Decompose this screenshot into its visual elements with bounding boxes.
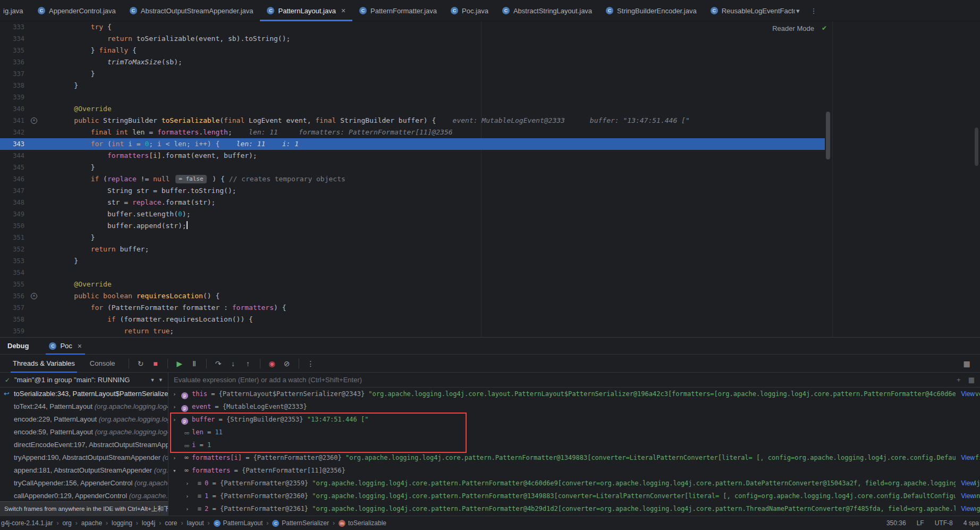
variable-row[interactable]: ▫▫i = 1 [168, 439, 980, 451]
editor-tab[interactable]: CAbstractStringLayout.java [495, 0, 599, 21]
line-number[interactable]: 343 [0, 138, 24, 150]
breadcrumb-item[interactable]: log4j [142, 519, 155, 527]
code-line[interactable]: 352 return buffer; [0, 243, 825, 255]
variable-row[interactable]: ›pevent = {MutableLogEvent@2333} [168, 400, 980, 413]
filter-icon[interactable]: ▼ [150, 377, 155, 383]
breadcrumb-item[interactable]: org [62, 519, 71, 527]
variable-row[interactable]: ›∞formatters[i] = {PatternFormatter@2360… [168, 451, 980, 464]
breadcrumb-item[interactable]: CPatternSerializer [272, 519, 329, 527]
resume-button[interactable]: ▶ [173, 357, 187, 371]
code-line[interactable]: 355 @Override [0, 279, 825, 290]
view-link[interactable]: View [956, 388, 975, 400]
editor-tab[interactable]: CReusableLogEventFactory.java [704, 0, 795, 21]
line-number[interactable]: 336 [0, 56, 24, 68]
view-link[interactable]: View [956, 477, 975, 490]
variable-row[interactable]: ▫▫len = 11 [168, 426, 980, 439]
editor-tab[interactable]: CStringBuilderEncoder.java [599, 0, 704, 21]
editor-scrollbar-thumb[interactable] [826, 112, 830, 159]
line-number[interactable]: 359 [0, 325, 24, 337]
code-line[interactable]: 347 String str = buffer.toString(); [0, 185, 825, 197]
mute-breakpoints-button[interactable]: ⊘ [280, 357, 294, 371]
expander-icon[interactable]: › [185, 477, 194, 490]
step-over-button[interactable]: ↷ [212, 357, 225, 371]
line-number[interactable]: 356 [0, 290, 24, 302]
expander-icon[interactable]: › [173, 401, 181, 413]
close-icon[interactable]: × [78, 342, 82, 350]
line-number[interactable]: 358 [0, 314, 24, 325]
code-line[interactable]: 358 if (formatter.requiresLocation()) { [0, 314, 825, 325]
frame-row[interactable]: tryCallAppender:156, AppenderControl (or… [0, 477, 168, 490]
editor-tab[interactable]: CPoc.java [444, 0, 495, 21]
view-link[interactable]: View [956, 451, 975, 464]
frame-row[interactable]: tryAppend:190, AbstractOutputStreamAppen… [0, 451, 168, 464]
add-watch-icon[interactable]: + [957, 376, 961, 384]
code-line[interactable]: 359 return true; [0, 325, 825, 337]
editor-tab[interactable]: CAbstractOutputStreamAppender.java [123, 0, 260, 21]
reader-mode-toggle[interactable]: Reader Mode [772, 24, 814, 32]
code-line[interactable]: 353 } [0, 255, 825, 267]
code-line[interactable]: 333 try { [0, 21, 825, 33]
chevron-down-icon[interactable]: ▾ [159, 376, 162, 383]
line-number[interactable]: 348 [0, 197, 24, 208]
expander-icon[interactable]: › [173, 452, 181, 464]
view-breakpoints-button[interactable]: ◉ [265, 357, 279, 371]
close-icon[interactable]: × [341, 6, 345, 15]
line-number[interactable]: 354 [0, 267, 24, 279]
line-number[interactable]: 334 [0, 33, 24, 45]
view-tab-console[interactable]: Console [85, 355, 121, 373]
line-number[interactable]: 337 [0, 68, 24, 80]
code-editor[interactable]: 333 try {334 return toSerializable(event… [0, 21, 832, 337]
line-number[interactable]: 351 [0, 232, 24, 243]
code-line[interactable]: 349 buffer.setLength(0); [0, 208, 825, 220]
override-method-gutter-icon[interactable]: ˄ [31, 293, 37, 299]
breadcrumb-item[interactable]: core [165, 519, 177, 527]
view-tab-threads-variables[interactable]: Threads & Variables [7, 355, 80, 373]
layout-settings-icon[interactable]: ▦ [960, 357, 974, 371]
code-line[interactable]: 350 buffer.append(str); [0, 220, 825, 232]
frame-row[interactable]: ↩toSerializable:343, PatternLayout$Patte… [0, 388, 168, 400]
watches-view-icon[interactable]: ▦ [968, 376, 975, 384]
line-number[interactable]: 346 [0, 173, 24, 185]
code-line[interactable]: 337 } [0, 68, 825, 80]
line-number[interactable]: 345 [0, 162, 24, 173]
frame-row[interactable]: encode:59, PatternLayout (org.apache.log… [0, 426, 168, 439]
frame-row[interactable]: append:181, AbstractOutputStreamAppender… [0, 464, 168, 477]
line-number[interactable]: 353 [0, 255, 24, 267]
line-number[interactable]: 355 [0, 279, 24, 290]
code-line[interactable]: 351 } [0, 232, 825, 243]
variable-row[interactable]: ›pbuffer = {StringBuilder@2353} "13:47:5… [168, 413, 980, 426]
breadcrumb-item[interactable]: g4j-core-2.14.1.jar [1, 519, 53, 527]
variable-row[interactable]: ›≡1 = {PatternFormatter@2360} "org.apach… [168, 490, 980, 502]
code-line[interactable]: 344 formatters[i].format(event, buffer); [0, 150, 825, 162]
editor-tab[interactable]: CPatternLayout.java× [260, 0, 352, 21]
breadcrumb-item[interactable]: apache [81, 519, 102, 527]
indent-style[interactable]: 4 spa [964, 519, 979, 527]
code-line[interactable]: 338 } [0, 80, 825, 91]
expander-icon[interactable]: › [185, 503, 194, 515]
expander-icon[interactable]: › [173, 414, 181, 426]
code-line[interactable]: 336 trimToMaxSize(sb); [0, 56, 825, 68]
editor-tab[interactable]: CPatternFormatter.java [352, 0, 444, 21]
line-number[interactable]: 349 [0, 208, 24, 220]
line-number[interactable]: 350 [0, 220, 24, 232]
frame-row[interactable]: encode:229, PatternLayout (org.apache.lo… [0, 413, 168, 426]
evaluate-expression-input[interactable]: Evaluate expression (Enter) or add a wat… [168, 373, 980, 388]
code-line[interactable]: 356˄ public boolean requiresLocation() { [0, 290, 825, 302]
line-number[interactable]: 339 [0, 91, 24, 103]
inspections-status-icon[interactable]: ✔ [822, 24, 827, 32]
line-number[interactable]: 342 [0, 127, 24, 138]
variable-row[interactable]: ›pthis = {PatternLayout$PatternSerialize… [168, 388, 980, 400]
code-line[interactable]: 345 } [0, 162, 825, 173]
step-into-button[interactable]: ↓ [226, 357, 240, 371]
code-line[interactable]: 340 @Override [0, 103, 825, 115]
expander-icon[interactable]: ▾ [173, 465, 181, 477]
breadcrumb-item[interactable]: mtoSerializable [339, 519, 386, 527]
code-line[interactable]: 339 [0, 91, 825, 103]
caret-position[interactable]: 350:36 [886, 519, 906, 527]
code-line[interactable]: 342 final int len = formatters.length; l… [0, 127, 825, 138]
file-encoding[interactable]: UTF-8 [935, 519, 953, 527]
breadcrumb-item[interactable]: CPatternLayout [214, 519, 263, 527]
line-number[interactable]: 335 [0, 45, 24, 56]
frame-row[interactable]: directEncodeEvent:197, AbstractOutputStr… [0, 439, 168, 451]
pause-button[interactable]: Ⅱ [188, 357, 201, 371]
